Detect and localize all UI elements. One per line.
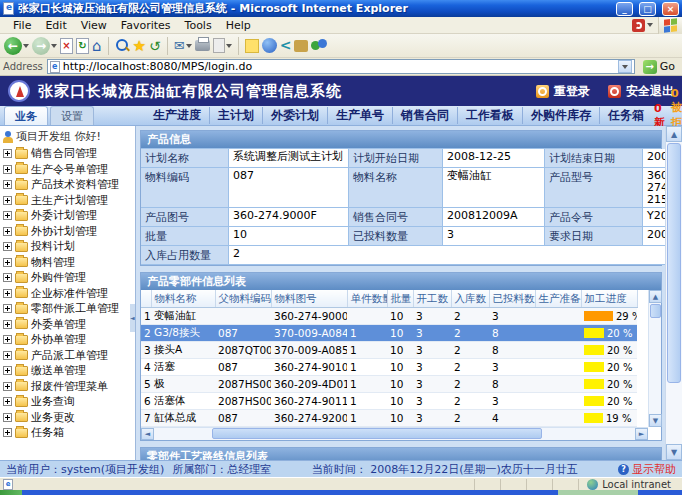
table-row[interactable]: 1 变幅油缸 360-274-9000F 10 3 2 3 [141, 308, 637, 325]
nav-menu-item[interactable]: 主计划 [210, 107, 263, 124]
tree-item[interactable]: 投料计划 [3, 239, 135, 255]
scroll-track[interactable] [154, 428, 635, 440]
nav-menu-item[interactable]: 外委计划 [263, 107, 328, 124]
tree-item[interactable]: 业务查询 [3, 394, 135, 410]
tree-item[interactable]: 报废件管理菜单 [3, 379, 135, 395]
expand-icon[interactable] [3, 304, 12, 313]
favorites-button[interactable]: ★ [133, 38, 146, 54]
table-row[interactable]: 3 接头A 2087QT002 370-009-A0850 1 10 3 2 8 [141, 342, 637, 359]
expand-icon[interactable] [3, 335, 12, 344]
tree-item[interactable]: 外协单管理 [3, 332, 135, 348]
expand-icon[interactable] [3, 180, 12, 189]
expand-icon[interactable] [3, 351, 12, 360]
tree-item[interactable]: 产品技术资料管理 [3, 177, 135, 193]
col-header[interactable]: 批量 [387, 290, 413, 308]
discuss-button[interactable] [294, 40, 308, 52]
table-row[interactable]: 6 活塞体 2087HS002 360-274-9011W 1 10 3 2 3 [141, 393, 637, 410]
messenger-button[interactable] [311, 39, 327, 53]
url-input[interactable] [63, 60, 615, 73]
col-header[interactable]: 已投料数 [489, 290, 535, 308]
expand-icon[interactable] [3, 413, 12, 422]
back-button[interactable]: ← [4, 37, 29, 55]
media-button[interactable] [262, 38, 277, 53]
address-dropdown-button[interactable] [618, 60, 632, 73]
tree-item[interactable]: 缴送单管理 [3, 363, 135, 379]
mail-button[interactable]: ✉ [174, 38, 192, 53]
col-header[interactable]: 物料图号 [271, 290, 347, 308]
tree-item[interactable]: 企业标准件管理 [3, 286, 135, 302]
menu-item[interactable]: Help [219, 19, 258, 32]
expand-icon[interactable] [3, 382, 12, 391]
col-header[interactable]: 加工进度 [581, 290, 637, 308]
tree-item[interactable]: 外购件管理 [3, 270, 135, 286]
nav-menu-item[interactable]: 生产单号 [328, 107, 393, 124]
menu-item[interactable]: File [6, 19, 38, 32]
close-button[interactable]: × [662, 2, 679, 16]
search-button[interactable] [115, 38, 130, 53]
tab-settings[interactable]: 设置 [50, 106, 94, 125]
windows-taskbar[interactable] [0, 490, 682, 495]
forward-button[interactable]: → [32, 37, 57, 55]
nav-menu-item[interactable]: 销售合同 [393, 107, 458, 124]
scroll-up-icon[interactable]: ▲ [666, 126, 682, 142]
address-field[interactable]: e [47, 59, 635, 74]
expand-icon[interactable] [3, 397, 12, 406]
refresh-button[interactable]: ↻ [76, 38, 89, 54]
col-header[interactable]: 生产准备 [535, 290, 581, 308]
print-button[interactable] [195, 40, 210, 51]
expand-icon[interactable] [3, 211, 12, 220]
mail-dropdown-icon[interactable] [186, 44, 192, 48]
go-button[interactable]: → Go [639, 59, 679, 75]
tab-business[interactable]: 业务 [4, 106, 48, 125]
sidebar-collapse-handle[interactable]: ◄ [130, 304, 135, 332]
tree-item[interactable]: 业务更改 [3, 410, 135, 426]
tree-item[interactable]: 外协计划管理 [3, 224, 135, 240]
minimize-button[interactable]: _ [616, 2, 633, 16]
relogin-button[interactable]: 重登录 [536, 83, 590, 100]
scroll-down-icon[interactable]: ▼ [649, 414, 662, 427]
menu-item[interactable]: Edit [38, 19, 73, 32]
expand-icon[interactable] [3, 428, 12, 437]
expand-icon[interactable] [3, 258, 12, 267]
acrobat-button[interactable] [632, 19, 658, 32]
scroll-thumb[interactable] [212, 428, 542, 439]
scroll-left-icon[interactable]: ◄ [141, 428, 154, 440]
scroll-right-icon[interactable]: ► [635, 428, 648, 440]
tree-item[interactable]: 外委单管理 [3, 317, 135, 333]
scroll-thumb[interactable] [667, 143, 681, 383]
col-header[interactable]: 父物料编码 [215, 290, 271, 308]
maximize-button[interactable]: □ [639, 2, 656, 16]
expand-icon[interactable] [3, 273, 12, 282]
tree-item[interactable]: 产品派工单管理 [3, 348, 135, 364]
scroll-up-icon[interactable]: ▲ [649, 290, 662, 303]
expand-icon[interactable] [3, 165, 12, 174]
expand-icon[interactable] [3, 149, 12, 158]
show-help-link[interactable]: ? 显示帮助 [618, 462, 676, 477]
expand-icon[interactable] [3, 289, 12, 298]
forward-dropdown-icon[interactable] [51, 44, 57, 48]
tree-item[interactable]: 销售合同管理 [3, 146, 135, 162]
tree-item[interactable]: 物料管理 [3, 255, 135, 271]
start-button[interactable] [0, 490, 22, 495]
page-scrollbar[interactable]: ▲ ▼ [665, 126, 682, 460]
nav-menu-item[interactable]: 工作看板 [458, 107, 523, 124]
expand-icon[interactable] [3, 227, 12, 236]
notes-button[interactable] [245, 39, 259, 53]
col-header[interactable]: 入库数 [451, 290, 489, 308]
scroll-down-icon[interactable]: ▼ [666, 444, 682, 460]
history-button[interactable]: ↺ [149, 38, 161, 54]
home-button[interactable]: ⌂ [92, 38, 102, 54]
frontpage-button[interactable]: < [280, 38, 292, 53]
stop-button[interactable]: × [60, 38, 73, 54]
tree-item[interactable]: 外委计划管理 [3, 208, 135, 224]
table-row[interactable]: 5 极 2087HS002 360-209-4D010 1 10 3 2 8 [141, 376, 637, 393]
parts-horizontal-scrollbar[interactable]: ◄ ► [141, 427, 648, 440]
tree-item[interactable]: 生产令号单管理 [3, 162, 135, 178]
table-row[interactable]: 2 G3/8接头 087 370-009-A0840 1 10 3 2 8 [141, 325, 637, 342]
table-row[interactable]: 4 活塞 087 360-274-9010F 1 10 3 2 3 [141, 359, 637, 376]
logout-button[interactable]: 安全退出 [608, 83, 674, 100]
tree-item[interactable]: 任务箱 [3, 425, 135, 441]
col-header[interactable]: 开工数 [413, 290, 451, 308]
expand-icon[interactable] [3, 242, 12, 251]
col-header[interactable]: 物料名称 [151, 290, 215, 308]
